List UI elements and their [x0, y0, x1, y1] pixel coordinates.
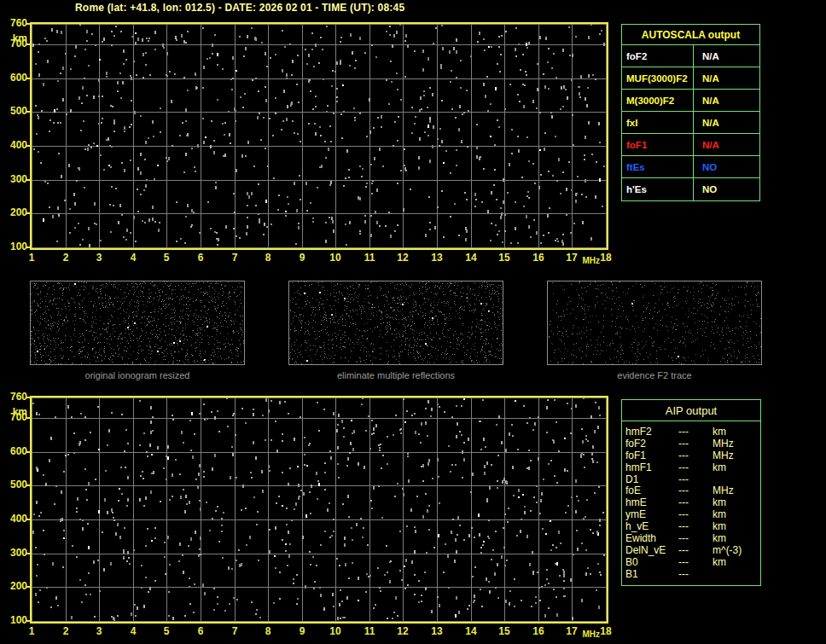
y-tick-label: 500 — [1, 106, 27, 116]
aip-param-value: --- — [678, 462, 713, 474]
y-tick-mark — [26, 519, 30, 520]
ionogram-bottom-canvas — [32, 397, 607, 622]
x-tick-label: 15 — [498, 626, 509, 636]
autoscala-table-row: foF1N/A — [622, 134, 759, 156]
param-value: N/A — [694, 112, 759, 133]
x-tick-label: 10 — [329, 626, 340, 636]
aip-table-row: hmF1---km — [625, 462, 760, 474]
y-axis-unit-label: km — [1, 407, 27, 417]
aip-param-unit: km — [713, 497, 760, 509]
aip-param-value: --- — [678, 509, 713, 521]
aip-param-label: DelN_vE — [625, 545, 678, 557]
x-tick-label: 12 — [397, 252, 408, 263]
y-tick-mark — [26, 451, 30, 453]
y-tick-mark — [26, 212, 30, 214]
x-tick-label: 13 — [431, 252, 442, 263]
y-tick-mark — [26, 179, 30, 181]
aip-table-title: AIP output — [622, 400, 760, 421]
aip-table-row: foF2---MHz — [625, 438, 760, 450]
aip-param-label: B1 — [625, 569, 678, 581]
y-axis-unit-label: km — [1, 33, 27, 44]
aip-param-value: --- — [678, 485, 713, 497]
aip-table-rows: hmF2---kmfoF2---MHzfoF1---MHzhmF1---kmD1… — [622, 421, 760, 585]
param-label: h'Es — [622, 178, 694, 200]
x-tick-label: 5 — [164, 252, 170, 263]
y-tick-mark — [26, 247, 30, 248]
aip-param-unit: km — [713, 521, 760, 533]
aip-param-value: --- — [678, 533, 713, 545]
aip-param-label: hmF1 — [625, 462, 678, 474]
param-value: N/A — [694, 45, 759, 67]
y-tick-label: 400 — [1, 513, 27, 524]
aip-param-value: --- — [678, 545, 713, 557]
aip-param-label: foF1 — [625, 450, 678, 462]
y-tick-mark — [26, 620, 30, 622]
x-tick-label: 11 — [364, 252, 375, 263]
aip-param-label: foF2 — [625, 438, 678, 450]
aip-param-unit: MHz — [713, 450, 760, 462]
autoscala-table-title: AUTOSCALA output — [622, 25, 759, 45]
x-tick-label: 16 — [532, 252, 544, 263]
aip-param-unit — [713, 474, 760, 486]
autoscala-table-row: h'EsNO — [622, 178, 759, 200]
param-label: MUF(3000)F2 — [622, 67, 694, 89]
y-tick-mark — [26, 397, 30, 398]
x-tick-label: 8 — [265, 252, 271, 263]
x-tick-label: 9 — [300, 626, 305, 636]
autoscala-table-row: fxIN/A — [622, 112, 759, 134]
page-title: Rome (lat: +41.8, lon: 012.5) - DATE: 20… — [75, 2, 404, 14]
ionogram-bottom — [30, 396, 608, 624]
param-value: NO — [694, 156, 759, 177]
x-tick-label: 17 — [566, 252, 577, 263]
x-tick-label: 7 — [232, 252, 238, 263]
thumbnail-eliminate-canvas — [289, 281, 503, 364]
aip-param-value: --- — [678, 426, 713, 438]
autoscala-table-rows: foF2N/AMUF(3000)F2N/AM(3000)F2N/AfxIN/Af… — [622, 45, 759, 200]
y-tick-label: 600 — [1, 73, 27, 83]
y-tick-mark — [26, 111, 30, 113]
param-value: N/A — [694, 67, 759, 89]
param-value: NO — [694, 178, 759, 200]
param-label: M(3000)F2 — [622, 90, 694, 111]
aip-param-unit: m^(-3) — [713, 545, 760, 557]
y-tick-label: 760 — [1, 18, 27, 28]
x-tick-label: 14 — [465, 626, 476, 636]
y-tick-label: 100 — [1, 615, 27, 625]
aip-param-label: B0 — [625, 557, 678, 569]
y-tick-label: 760 — [1, 392, 27, 402]
x-tick-label: 5 — [164, 626, 170, 636]
aip-param-label: ymE — [625, 509, 678, 521]
autoscala-table-row: ftEsNO — [622, 156, 759, 178]
x-tick-label: 6 — [198, 252, 204, 263]
aip-table-row: Ewidth---km — [625, 533, 760, 545]
aip-table-row: B1--- — [625, 569, 760, 581]
x-tick-label: 11 — [364, 626, 375, 636]
param-label: foF1 — [622, 134, 694, 155]
aip-output-table: AIP output hmF2---kmfoF2---MHzfoF1---MHz… — [621, 399, 761, 586]
param-label: fxI — [622, 112, 694, 133]
x-tick-label: 1 — [29, 626, 35, 636]
aip-param-unit: km — [713, 509, 760, 521]
y-tick-mark — [26, 484, 30, 486]
aip-table-row: hmE---km — [625, 497, 760, 509]
aip-table-row: foE---MHz — [625, 485, 760, 497]
autoscala-table-row: MUF(3000)F2N/A — [622, 67, 759, 90]
x-tick-label: 3 — [96, 252, 102, 263]
param-value: N/A — [694, 134, 759, 155]
aip-param-label: D1 — [625, 474, 678, 486]
x-tick-label: 17 — [566, 626, 577, 636]
aip-param-value: --- — [678, 438, 713, 450]
thumbnail-original-ionogram — [30, 281, 245, 365]
aip-param-unit: km — [713, 426, 760, 438]
x-tick-label: 13 — [431, 626, 442, 636]
x-tick-label: 4 — [131, 626, 137, 636]
aip-param-value: --- — [678, 569, 713, 581]
thumbnail-evidence-f2 — [547, 281, 762, 365]
aip-param-unit — [713, 569, 760, 581]
x-tick-label: 18 — [600, 252, 611, 263]
thumbnail-evidence-canvas — [548, 281, 761, 364]
autoscala-table-row: foF2N/A — [622, 45, 759, 67]
aip-param-unit: MHz — [713, 438, 760, 450]
ionogram-top-canvas — [32, 24, 607, 248]
x-axis-unit-label: MHz — [582, 630, 600, 639]
